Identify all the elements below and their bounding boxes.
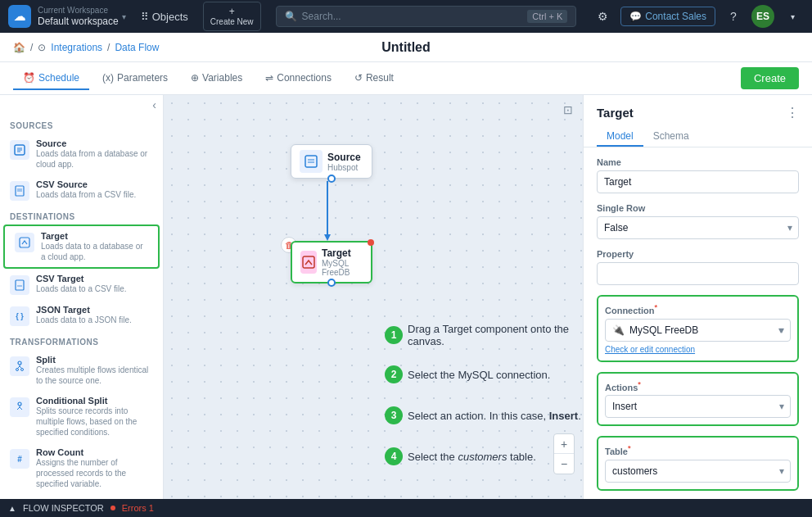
search-placeholder: Search... [302,11,341,22]
schedule-label: Schedule [38,72,79,84]
svg-rect-8 [16,280,24,290]
check-edit-connection-link[interactable]: Check or edit connection [605,345,791,354]
target-node[interactable]: Target MySQL FreeDB [291,241,372,283]
settings-icon[interactable]: ⚙ [591,5,614,28]
top-navigation: ☁ Current Workspace Default workspace ▾ … [0,0,812,33]
row-count-item[interactable]: # Row Count Assigns the number of proces… [0,442,163,494]
right-panel: Target ⋮ Model Schema Name Single Row Fa… [583,95,812,499]
source-icon [10,140,29,160]
target-icon [15,233,34,252]
property-input[interactable] [597,262,799,285]
step-4-text: Select the customers table. [408,451,536,463]
tab-result[interactable]: ↺ Result [345,67,404,90]
table-select-wrapper: customers [605,460,791,483]
source-node[interactable]: Source Hubspot [291,144,372,179]
objects-label: Objects [152,11,188,23]
right-panel-title: Target [597,106,634,120]
zoom-in-button[interactable]: + [554,434,574,454]
contact-sales-label: Contact Sales [645,11,706,22]
breadcrumb: 🏠 / ⊙ Integrations / Data Flow Untitled [0,33,812,62]
table-select[interactable]: customers [605,460,791,483]
variables-icon: ⊕ [191,72,199,84]
left-panel: ‹ SOURCES Source Loads data from a datab… [0,95,164,499]
errors-label: Errors 1 [122,503,154,513]
breadcrumb-icon: ⊙ [38,42,46,53]
help-icon[interactable]: ? [722,5,745,28]
svg-line-18 [17,407,20,410]
home-icon[interactable]: 🏠 [13,42,25,53]
csv-source-desc: Loads data from a CSV file. [36,189,136,200]
sources-section-title: SOURCES [0,115,163,134]
bottom-bar: ▲ FLOW INSPECTOR Errors 1 [0,499,812,517]
split-item[interactable]: Split Creates multiple flows identical t… [0,350,163,391]
single-row-select[interactable]: False True [597,216,799,239]
instruction-2: 2 Select the MySQL connection. [385,365,550,383]
source-title: Source [36,138,153,148]
single-row-select-wrapper: False True [597,216,799,239]
tab-parameters[interactable]: (x) Parameters [92,67,178,90]
logo[interactable]: ☁ [8,5,31,28]
target-item[interactable]: Target Loads data to a database or a clo… [3,224,160,269]
target-bottom-connector[interactable] [327,279,336,287]
connection-value[interactable]: 🔌 MySQL FreeDB ▾ [605,319,791,342]
csv-source-item[interactable]: CSV Source Loads data from a CSV file. [0,175,163,206]
actions-select[interactable]: Insert Update Upsert Delete [605,395,791,418]
svg-point-15 [21,369,24,371]
json-target-desc: Loads data to a JSON file. [36,315,132,325]
chat-icon: 💬 [629,11,642,22]
breadcrumb-integrations[interactable]: Integrations [51,42,102,53]
step-3-text: Select an action. In this case, Insert. [408,410,581,422]
cond-split-title: Conditional Split [36,396,153,406]
target-node-label: MySQL FreeDB [322,259,363,277]
canvas-settings-icon[interactable]: ⊡ [563,103,573,116]
zoom-out-button[interactable]: − [554,454,574,474]
connection-icon: 🔌 [612,324,625,336]
destinations-section-title: DESTINATIONS [0,206,163,224]
right-panel-menu-icon[interactable]: ⋮ [786,105,799,120]
svg-point-16 [18,402,21,406]
lookup-item[interactable]: Lookup Joins the input flow with the dat… [0,494,163,499]
user-menu-chevron-icon[interactable]: ▾ [781,5,804,28]
single-row-label: Single Row [597,203,799,213]
flow-connections [164,95,583,499]
svg-rect-7 [20,238,29,247]
target-desc: Loads data to a database or a cloud app. [41,241,148,262]
workspace-selector[interactable]: Current Workspace Default workspace ▾ [38,5,126,29]
row-count-icon: # [10,449,29,469]
tab-schedule[interactable]: ⏰ Schedule [13,67,89,90]
connection-field-group: Connection* 🔌 MySQL FreeDB ▾ Check or ed… [597,295,799,362]
svg-rect-27 [303,256,314,268]
source-bottom-connector[interactable] [327,175,336,183]
check-edit-link-text[interactable]: Check or edit connection [605,345,695,354]
search-bar[interactable]: 🔍 Search... Ctrl + K [276,6,577,27]
tab-variables[interactable]: ⊕ Variables [181,67,252,90]
contact-sales-button[interactable]: 💬 Contact Sales [620,7,715,26]
csv-target-item[interactable]: CSV Target Loads data to a CSV file. [0,269,163,300]
step-1-text: Drag a Target component onto the canvas. [408,323,583,347]
json-target-item[interactable]: { } JSON Target Loads data to a JSON fil… [0,300,163,331]
conditional-split-item[interactable]: Conditional Split Splits source records … [0,391,163,442]
collapse-panel-button[interactable]: ‹ [152,98,156,111]
source-item[interactable]: Source Loads data from a database or clo… [0,134,163,175]
create-new-button[interactable]: + Create New [203,2,261,31]
errors-indicator [111,506,115,510]
svg-marker-23 [324,234,331,241]
tab-model[interactable]: Model [597,127,643,147]
step-3-number: 3 [385,406,403,424]
create-button[interactable]: Create [741,67,799,89]
connection-label: Connection* [605,303,791,315]
objects-menu[interactable]: ⠿ Objects [133,11,196,23]
tab-connections[interactable]: ⇌ Connections [255,67,341,90]
name-input[interactable] [597,170,799,193]
breadcrumb-data-flow[interactable]: Data Flow [115,42,159,53]
canvas[interactable]: Source Hubspot 🗑 Target MySQL FreeDB 1 [164,95,583,499]
property-label: Property [597,249,799,259]
workspace-name: Default workspace [38,16,119,29]
grid-icon: ⠿ [141,11,149,23]
target-node-icon [300,251,317,274]
flow-inspector-chevron-icon[interactable]: ▲ [8,504,16,513]
user-avatar[interactable]: ES [751,5,774,28]
toolbar: ⏰ Schedule (x) Parameters ⊕ Variables ⇌ … [0,62,812,95]
csv-target-desc: Loads data to a CSV file. [36,283,127,294]
tab-schema[interactable]: Schema [643,127,699,147]
